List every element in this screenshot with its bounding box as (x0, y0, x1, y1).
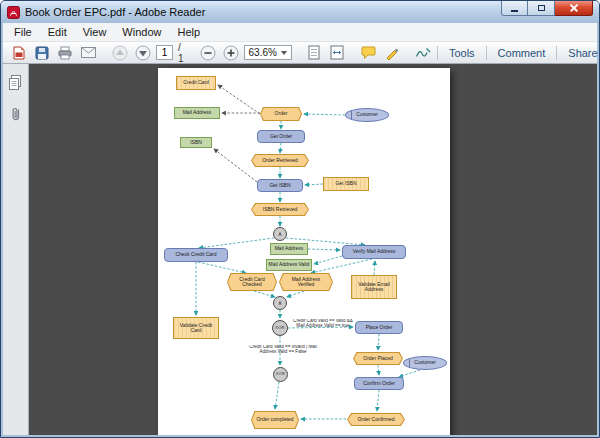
diagram-node-and-connector-2: ∧ (273, 296, 287, 310)
comment-panel-button[interactable]: Comment (487, 42, 557, 63)
menu-edit[interactable]: Edit (40, 24, 75, 40)
page-thumbnails-icon (8, 75, 23, 90)
diagram-node-verify-mail-address: Verify Mail Address (342, 245, 406, 259)
save-icon (35, 46, 49, 60)
toolbar: / 1 63.6% (3, 42, 597, 64)
scroll-mode-button[interactable] (304, 43, 324, 62)
previous-page-button[interactable] (110, 43, 130, 62)
diagram-node-credit-card-doc: Credit Card (176, 76, 216, 90)
print-button[interactable] (55, 43, 75, 62)
open-file-icon (12, 46, 26, 60)
diagram-node-get-isbn-doc: Get ISBN (323, 177, 369, 191)
maximize-button[interactable] (528, 1, 555, 16)
email-button[interactable] (78, 43, 98, 62)
page-thumbnails-button[interactable] (6, 72, 26, 92)
diagram-node-get-isbn-function: Get ISBN (257, 179, 303, 192)
minimize-icon (511, 10, 518, 12)
diagram-node-confirm-order: Confirm Order (354, 377, 404, 390)
highlight-button[interactable] (382, 43, 402, 62)
close-button[interactable] (555, 1, 593, 16)
diagram-node-check-credit-card: Check Credit Card (164, 248, 228, 262)
email-icon (81, 47, 96, 58)
diagram-node-customer: Customer (345, 108, 389, 122)
attachments-icon (10, 106, 22, 123)
open-file-button[interactable] (9, 43, 29, 62)
print-icon (58, 46, 72, 60)
diagram-node-mail-address-data: Mail Address (174, 107, 220, 119)
diagram-node-mail-address-verified: Mail Address Verified (279, 273, 333, 291)
diagram-node-order-completed: Order completed (251, 411, 299, 429)
app-icon (7, 6, 20, 19)
close-icon (569, 3, 579, 13)
sign-icon (415, 46, 432, 59)
menu-file[interactable]: File (6, 24, 40, 40)
share-button[interactable]: Share (557, 42, 600, 63)
menu-help[interactable]: Help (169, 24, 208, 40)
zoom-out-icon (200, 45, 216, 61)
next-page-button[interactable] (133, 43, 153, 62)
diagram-node-validate-email-address: Validate Email Address (351, 275, 397, 299)
diagram-node-xor-connector-2: XOR (273, 367, 288, 382)
diagram-node-credit-card-checked: Credit Card Checked (227, 273, 277, 291)
next-page-icon (135, 45, 151, 61)
minimize-button[interactable] (501, 1, 528, 16)
toolbar-right-group: Tools Comment Share (437, 42, 600, 63)
diagram-node-customer-bottom: Customer (403, 356, 447, 370)
diagram-node-order-event: Order (260, 107, 302, 121)
diagram-node-xor-connector-1: XOR (272, 320, 288, 336)
menu-window[interactable]: Window (114, 24, 169, 40)
comment-bubble-icon (361, 46, 376, 60)
sign-button[interactable] (414, 43, 434, 62)
tools-button[interactable]: Tools (438, 42, 486, 63)
title-bar: Book Order EPC.pdf - Adobe Reader (1, 1, 599, 23)
diagram-node-get-order: Get Order (257, 130, 305, 143)
diagram-node-order-placed: Order Placed (353, 352, 403, 365)
content-area: Credit Card Mail Address Order Customer … (3, 64, 597, 435)
menu-view[interactable]: View (75, 24, 115, 40)
diagram-condition-true-label: Credit Card Valid == Valid && Mail Addre… (289, 319, 357, 337)
diagram-node-validate-credit-card: Validate Credit Card (173, 317, 219, 339)
zoom-level-dropdown[interactable]: 63.6% (244, 45, 292, 60)
diagram-node-mail-address-note: Mail Address (270, 243, 308, 255)
zoom-in-button[interactable] (221, 43, 241, 62)
comment-bubble-button[interactable] (359, 43, 379, 62)
previous-page-icon (112, 45, 128, 61)
diagram-node-mail-address-valid: Mail Address Valid (266, 259, 312, 271)
highlight-icon (385, 46, 399, 60)
diagram-node-isbn-retrieved: ISBN Retrieved (251, 203, 309, 216)
diagram-node-order-retrieved: Order Retrieved (251, 154, 309, 167)
page-number-input[interactable] (156, 45, 173, 60)
attachments-button[interactable] (6, 104, 26, 124)
chevron-down-icon (281, 51, 287, 55)
pdf-page: Credit Card Mail Address Order Customer … (158, 68, 450, 435)
document-viewer[interactable]: Credit Card Mail Address Order Customer … (29, 64, 597, 435)
adobe-reader-window: Book Order EPC.pdf - Adobe Reader File E… (0, 0, 600, 438)
zoom-out-button[interactable] (198, 43, 218, 62)
fit-width-icon (330, 45, 344, 60)
window-controls (501, 1, 593, 16)
diagram-node-place-order: Place Order (355, 321, 403, 334)
zoom-level-value: 63.6% (249, 47, 277, 58)
window-title: Book Order EPC.pdf - Adobe Reader (25, 6, 205, 18)
diagram-condition-false-label: Credit Card Valid == invalid | Mail Addr… (242, 345, 324, 363)
client-area: File Edit View Window Help (3, 23, 597, 435)
page-total-label: / 1 (176, 42, 186, 64)
fit-width-button[interactable] (327, 43, 347, 62)
save-button[interactable] (32, 43, 52, 62)
diagram-node-isbn-data: ISBN (180, 137, 212, 148)
scroll-mode-icon (308, 45, 320, 60)
zoom-in-icon (223, 45, 239, 61)
maximize-icon (538, 5, 545, 11)
navigation-pane (3, 64, 29, 435)
menu-bar: File Edit View Window Help (3, 23, 597, 42)
diagram-node-order-confirmed: Order Confirmed (347, 413, 405, 426)
diagram-node-and-connector-1: ∧ (273, 227, 287, 241)
